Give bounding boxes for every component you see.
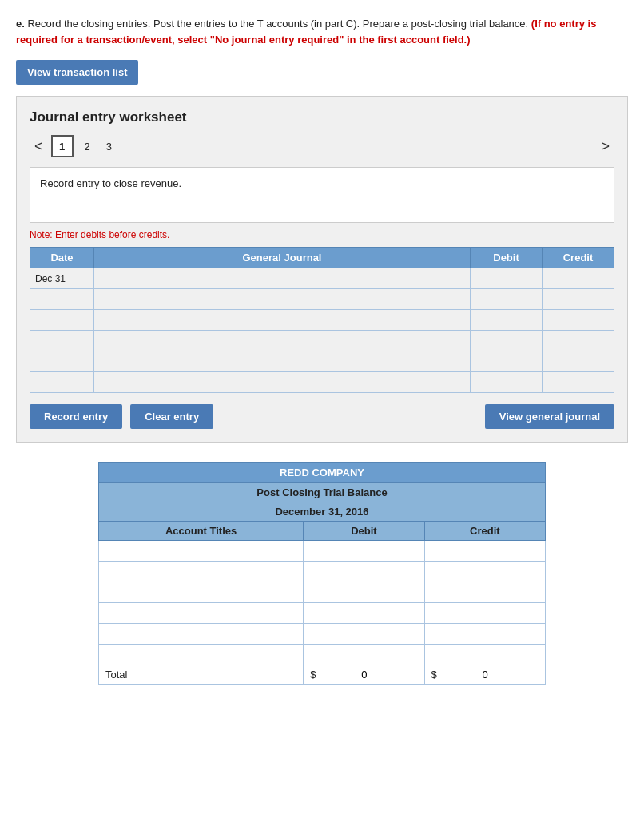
journal-debit-input-4[interactable] [471,351,542,371]
journal-credit-input-3[interactable] [543,331,614,351]
tb-credit-input-1[interactable] [425,562,545,582]
tb-debit-5[interactable] [304,645,424,665]
tb-debit-input-5[interactable] [304,645,423,665]
next-page-button[interactable]: > [596,137,614,157]
journal-debit-0[interactable] [471,268,543,289]
tb-account-input-5[interactable] [99,645,303,665]
prev-page-button[interactable]: < [30,137,48,157]
action-buttons-row: Record entry Clear entry View general jo… [30,404,614,429]
journal-account-input-3[interactable] [94,331,470,351]
journal-debit-3[interactable] [471,331,543,351]
total-row: Total $ $ [99,665,546,685]
journal-credit-input-2[interactable] [543,310,614,330]
tb-credit-input-0[interactable] [425,541,545,561]
journal-account-3[interactable] [94,331,471,351]
tb-account-4[interactable] [99,624,304,645]
view-transaction-button[interactable]: View transaction list [16,60,138,85]
journal-account-1[interactable] [94,289,471,310]
journal-account-4[interactable] [94,351,471,372]
journal-row [30,372,614,393]
journal-credit-4[interactable] [543,351,614,372]
journal-debit-input-5[interactable] [471,372,542,392]
tb-debit-2[interactable] [304,582,424,603]
total-label: Total [99,665,304,685]
tb-credit-input-4[interactable] [425,624,545,644]
journal-credit-2[interactable] [543,310,614,331]
tb-debit-input-4[interactable] [304,624,423,644]
tb-account-5[interactable] [99,645,304,665]
tb-credit-0[interactable] [424,541,545,562]
journal-row [30,351,614,372]
tb-account-input-3[interactable] [99,603,303,623]
tb-credit-input-2[interactable] [425,582,545,602]
total-credit-input[interactable] [440,669,488,681]
journal-account-0[interactable] [94,268,471,289]
journal-account-input-4[interactable] [94,351,470,371]
journal-credit-0[interactable] [543,268,614,289]
journal-credit-input-0[interactable] [543,268,614,288]
instruction-prefix: e. [16,18,25,30]
journal-credit-5[interactable] [543,372,614,393]
tb-credit-header: Credit [424,522,545,541]
page-2-button[interactable]: 2 [80,139,95,154]
tb-debit-4[interactable] [304,624,424,645]
trial-balance-row [99,624,546,645]
tb-account-3[interactable] [99,603,304,624]
record-entry-button[interactable]: Record entry [30,404,122,429]
worksheet-title: Journal entry worksheet [30,109,614,125]
tb-credit-1[interactable] [424,562,545,582]
journal-credit-input-1[interactable] [543,289,614,309]
journal-credit-3[interactable] [543,331,614,351]
journal-date-1 [30,289,94,310]
tb-credit-3[interactable] [424,603,545,624]
journal-account-input-2[interactable] [94,310,470,330]
tb-account-input-4[interactable] [99,624,303,644]
tb-account-0[interactable] [99,541,304,562]
tb-account-input-1[interactable] [99,562,303,582]
journal-account-input-0[interactable] [94,268,470,288]
journal-account-2[interactable] [94,310,471,331]
tb-account-2[interactable] [99,582,304,603]
tb-credit-2[interactable] [424,582,545,603]
journal-account-input-1[interactable] [94,289,470,309]
journal-account-5[interactable] [94,372,471,393]
journal-row: Dec 31 [30,268,614,289]
journal-debit-input-0[interactable] [471,268,542,288]
journal-debit-input-1[interactable] [471,289,542,309]
tb-debit-input-3[interactable] [304,603,423,623]
journal-debit-input-2[interactable] [471,310,542,330]
tb-account-1[interactable] [99,562,304,582]
journal-date-2 [30,310,94,331]
journal-credit-input-4[interactable] [543,351,614,371]
tb-credit-input-5[interactable] [425,645,545,665]
journal-account-input-5[interactable] [94,372,470,392]
pagination-row: < 1 2 3 > [30,135,614,157]
tb-account-input-0[interactable] [99,541,303,561]
total-debit-input[interactable] [319,669,367,681]
tb-credit-5[interactable] [424,645,545,665]
tb-debit-3[interactable] [304,603,424,624]
tb-debit-1[interactable] [304,562,424,582]
tb-debit-0[interactable] [304,541,424,562]
tb-debit-input-1[interactable] [304,562,423,582]
tb-account-input-2[interactable] [99,582,303,602]
tb-credit-input-3[interactable] [425,603,545,623]
clear-entry-button[interactable]: Clear entry [130,404,213,429]
company-name: REDD COMPANY [99,463,546,483]
journal-debit-input-3[interactable] [471,331,542,351]
page-3-button[interactable]: 3 [101,139,117,154]
journal-credit-1[interactable] [543,289,614,310]
journal-date-3 [30,331,94,351]
page-1-button[interactable]: 1 [51,135,74,157]
instructions: e. Record the closing entries. Post the … [16,16,628,47]
tb-debit-input-0[interactable] [304,541,423,561]
view-general-journal-button[interactable]: View general journal [485,404,614,429]
tb-debit-input-2[interactable] [304,582,423,602]
journal-debit-2[interactable] [471,310,543,331]
tb-credit-4[interactable] [424,624,545,645]
journal-credit-input-5[interactable] [543,372,614,392]
journal-debit-5[interactable] [471,372,543,393]
journal-debit-4[interactable] [471,351,543,372]
trial-balance-table: REDD COMPANY Post Closing Trial Balance … [98,462,546,685]
journal-debit-1[interactable] [471,289,543,310]
